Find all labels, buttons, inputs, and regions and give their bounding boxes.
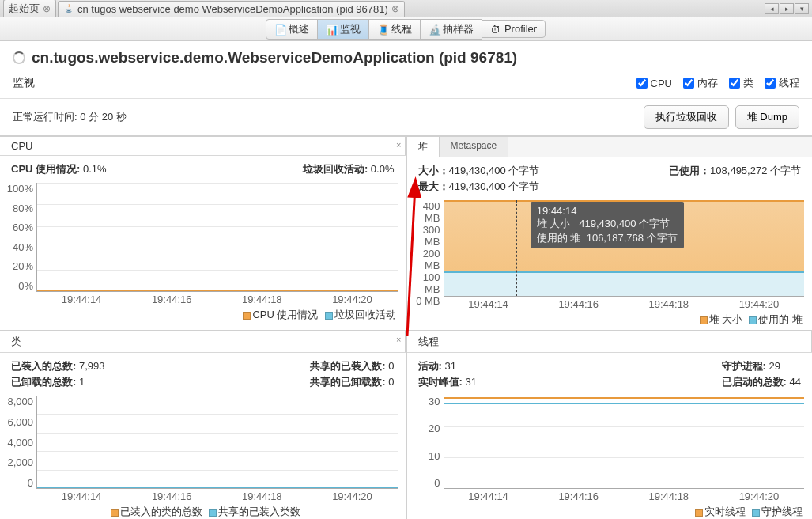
- win-prev-icon[interactable]: ◂: [765, 3, 779, 14]
- heap-legend: 堆 大小使用的 堆: [407, 311, 813, 330]
- metaspace-tab[interactable]: Metaspace: [440, 137, 509, 157]
- sampler-icon: 🔬: [429, 24, 440, 35]
- panel-heap: 堆 Metaspace 大小：419,430,400 个字节 最大：419,43…: [407, 137, 813, 330]
- cpu-legend: CPU 使用情况垃圾回收活动: [0, 306, 406, 325]
- tab-start[interactable]: 起始页 ⊗: [3, 0, 56, 17]
- java-icon: [63, 3, 74, 14]
- monitor-icon: 📊: [326, 24, 337, 35]
- section-label: 监视: [13, 76, 35, 90]
- win-next-icon[interactable]: ▸: [780, 3, 794, 14]
- threads-tab[interactable]: 线程: [407, 331, 813, 352]
- chk-class[interactable]: 类: [729, 76, 753, 90]
- threads-icon: 🧵: [377, 24, 388, 35]
- cpu-tab[interactable]: CPU×: [0, 137, 406, 155]
- close-icon[interactable]: ×: [396, 335, 401, 344]
- classes-tab[interactable]: 类×: [0, 331, 406, 352]
- chk-mem[interactable]: 内存: [683, 76, 718, 90]
- close-icon[interactable]: ⊗: [391, 3, 399, 14]
- heap-tooltip: 19:44:14 堆 大小 419,430,400 个字节 使用的 堆 106,…: [531, 202, 684, 248]
- uptime: 正常运行时间: 0 分 20 秒: [13, 110, 127, 124]
- panel-threads: 线程 活动: 31 实时峰值: 31 守护进程: 29 已启动的总数: 44 3…: [407, 331, 813, 519]
- page-header: cn.tugos.webservice.demo.WebserviceDemoA…: [0, 41, 812, 73]
- loading-icon: [13, 51, 25, 64]
- panel-classes: 类× 已装入的总数: 7,993 已卸载的总数: 1 共享的已装入数: 0 共享…: [0, 331, 406, 519]
- classes-chart: 8,0006,0004,0002,0000 19:44:1419:44:1619…: [0, 392, 406, 503]
- close-icon[interactable]: ×: [396, 140, 401, 150]
- tab-app-label: cn tugos webservice demo WebserviceDemoA…: [77, 3, 388, 15]
- app-tabbar: 起始页 ⊗ cn tugos webservice demo Webservic…: [0, 0, 812, 17]
- tb-profiler[interactable]: ⏱Profiler: [482, 20, 546, 38]
- toolbar: 📄概述 📊监视 🧵线程 🔬抽样器 ⏱Profiler: [0, 17, 812, 41]
- panel-cpu: CPU× CPU 使用情况: 0.1% 垃圾回收活动: 0.0% 100%80%…: [0, 137, 406, 330]
- overview-icon: 📄: [274, 24, 285, 35]
- heap-tab[interactable]: 堆: [407, 137, 440, 157]
- page-title: cn.tugos.webservice.demo.WebserviceDemoA…: [32, 49, 517, 66]
- chk-thread[interactable]: 线程: [765, 76, 799, 90]
- heap-chart: 400 MB300 MB200 MB100 MB0 MB 19:44:14 堆 …: [407, 197, 813, 311]
- heap-dump-button[interactable]: 堆 Dump: [735, 105, 799, 129]
- cpu-chart: 100%80%60%40%20%0% 19:44:1419:44:1619:44…: [0, 180, 406, 306]
- profiler-icon: ⏱: [490, 24, 501, 35]
- classes-legend: 已装入的类的总数共享的已装入类数: [0, 503, 406, 519]
- tb-threads[interactable]: 🧵线程: [368, 19, 421, 40]
- threads-chart: 3020100 19:44:1419:44:1619:44:1819:44:20: [407, 392, 813, 503]
- threads-legend: 实时线程守护线程: [407, 503, 813, 519]
- tab-app[interactable]: cn tugos webservice demo WebserviceDemoA…: [58, 1, 405, 17]
- gc-button[interactable]: 执行垃圾回收: [644, 105, 729, 129]
- tab-start-label: 起始页: [9, 2, 40, 16]
- tb-sampler[interactable]: 🔬抽样器: [420, 19, 482, 40]
- tb-overview[interactable]: 📄概述: [266, 19, 318, 40]
- win-menu-icon[interactable]: ▾: [795, 3, 809, 14]
- chk-cpu[interactable]: CPU: [636, 78, 672, 89]
- close-icon[interactable]: ⊗: [43, 3, 51, 14]
- tb-monitor[interactable]: 📊监视: [317, 19, 369, 40]
